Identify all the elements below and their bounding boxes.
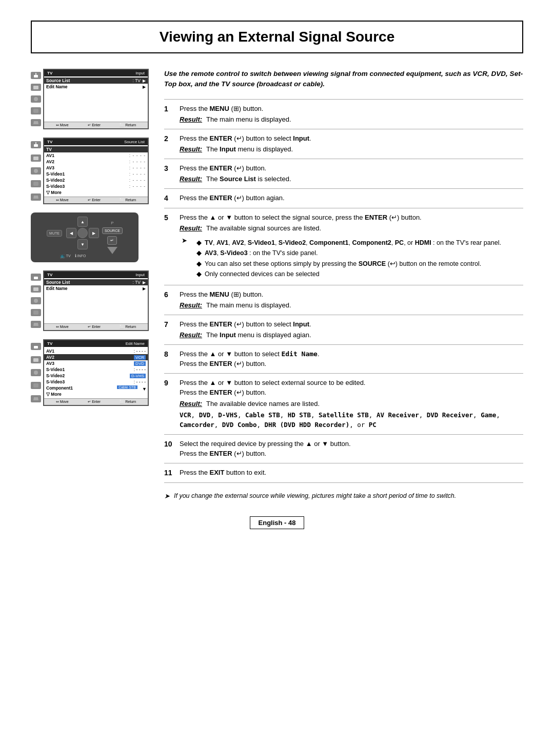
screen2-row-svideo3: S-Video3 : - - - - <box>44 183 148 189</box>
screen4-row-svideo2: S-Video2 D-VHS <box>44 373 148 379</box>
screen3-empty1 <box>44 292 148 298</box>
svg-point-19 <box>34 371 38 375</box>
source-btn[interactable]: SOURCE <box>102 227 123 234</box>
step-1-result-label: Result: <box>180 114 202 125</box>
screen4-icon4 <box>31 382 41 389</box>
step-2-result-label: Result: <box>180 144 202 154</box>
right-column: Use the remote control to switch between… <box>164 69 523 501</box>
screen2-title: Source List <box>124 140 145 144</box>
p-indicator: P <box>111 221 113 225</box>
screen4-footer: ⇔ Move ↵ Enter ⬜ Return <box>44 398 148 405</box>
info-btn[interactable]: ℹ INFO <box>75 254 86 258</box>
steps-list: 1 Press the MENU (⊞) button. Result: The… <box>164 99 523 483</box>
screen2-av3: AV3 <box>46 165 127 170</box>
dpad-down[interactable]: ▼ <box>77 239 88 249</box>
svg-rect-8 <box>33 157 38 160</box>
screen2-header: TV Source List <box>44 139 148 145</box>
screen4-svideo3: S-Video3 <box>46 379 132 384</box>
svg-marker-21 <box>33 397 38 400</box>
mute-btn[interactable]: MUTE <box>47 230 62 237</box>
step-5-bullet-1: ◆ TV, AV1, AV2, S-Video1, S-Video2, Comp… <box>196 239 501 248</box>
screen2-row-av3: AV3 : - - - - <box>44 165 148 171</box>
footnote-text: If you change the external source while … <box>174 491 456 501</box>
screen1-row-1: Source List : TV ▶ <box>44 77 148 84</box>
step-6-content: Press the MENU (⊞) button. Result: The m… <box>180 289 523 311</box>
step-5-bullets: ◆ TV, AV1, AV2, S-Video1, S-Video2, Comp… <box>191 236 501 281</box>
triangle-indicator <box>107 247 117 254</box>
tv-btn[interactable]: 📺 TV <box>60 254 71 258</box>
svg-rect-20 <box>33 383 38 387</box>
screen2-more: ▽ More <box>46 190 146 195</box>
icon-antenna <box>31 72 41 79</box>
screen3-footer-return: ⬜ Return <box>120 325 136 329</box>
enter-btn-remote[interactable]: ↵ <box>107 236 117 245</box>
screen2-row-tv: TV <box>44 146 148 152</box>
screen2-container: TV Source List TV AV1 : - - - - AV2 : - … <box>31 138 149 204</box>
screen2-svideo2: S-Video2 <box>46 178 127 183</box>
screen3-footer-enter: ↵ Enter <box>88 325 101 329</box>
screen1-footer-return: ⬜ Return <box>120 123 136 127</box>
screen2-av2-val: : - - - - <box>129 159 146 164</box>
screen3-title: Input <box>135 273 145 277</box>
screen4-footer-return: ⬜ Return <box>120 400 136 404</box>
svg-point-3 <box>34 97 38 101</box>
screen4-footer-move: ⇔ Move <box>56 400 69 404</box>
step-7-content: Press the ENTER (↵) button to select Inp… <box>180 319 523 340</box>
step-3-result: Result: The Source List is selected. <box>180 174 523 184</box>
step-5-bullet-4: ◆ Only connected devices can be selected <box>196 270 501 279</box>
screen3-row1-value: : TV <box>133 280 141 285</box>
step-5-content: Press the ▲ or ▼ button to select the si… <box>180 212 523 281</box>
left-column: TV Input Source List : TV ▶ Edit Name ▶ <box>31 69 149 406</box>
screen4-header: TV Edit Name <box>44 340 148 347</box>
icon-svideo <box>31 107 41 114</box>
screen4-container: TV Edit Name AV1 : - - - - AV2 VCR AV3 D… <box>31 339 149 406</box>
screen2-footer-enter: ↵ Enter <box>88 198 101 202</box>
step-8-content: Press the ▲ or ▼ button to select Edit N… <box>180 349 523 369</box>
svg-rect-12 <box>34 277 38 279</box>
screen1-row2-arrow: ▶ <box>143 85 146 89</box>
step-5-bullet-4-text: Only connected devices can be selected <box>205 270 320 279</box>
info-icon: ℹ <box>75 254 76 258</box>
step-1-num: 1 <box>164 104 173 125</box>
screen1-empty3 <box>44 102 148 108</box>
step-10-content: Select the required device by pressing t… <box>180 439 523 459</box>
intro-text: Use the remote control to switch between… <box>164 69 523 90</box>
screen3-row2-label: Edit Name <box>46 286 138 291</box>
step-7: 7 Press the ENTER (↵) button to select I… <box>164 315 523 345</box>
screen3: TV Input Source List : TV ▶ Edit Name ▶ <box>43 270 149 331</box>
screen2-footer-move: ⇔ Move <box>56 198 69 202</box>
screen1-container: TV Input Source List : TV ▶ Edit Name ▶ <box>31 69 149 129</box>
screen4-icon2 <box>31 356 41 363</box>
screen4-title: Edit Name <box>126 341 145 346</box>
screen1-row1-arrow: ▶ <box>143 79 146 83</box>
dpad-left[interactable]: ◀ <box>66 228 76 238</box>
screen4-svideo2: S-Video2 <box>46 373 126 378</box>
dpad-right[interactable]: ▶ <box>89 228 99 238</box>
step-11-num: 11 <box>164 468 173 478</box>
screen4-svideo1-val: : - - - - <box>134 367 146 372</box>
step-9: 9 Press the ▲ or ▼ button to select exte… <box>164 374 523 435</box>
screen2-icon1 <box>31 141 41 148</box>
screen3-footer-move: ⇔ Move <box>56 325 69 329</box>
screen3-icons <box>31 270 41 331</box>
svg-rect-17 <box>34 346 38 348</box>
screen1-row1-label: Source List <box>46 78 131 83</box>
screen3-container: TV Input Source List : TV ▶ Edit Name ▶ <box>31 270 149 331</box>
screen4-footer-enter: ↵ Enter <box>88 400 101 404</box>
screen1-icons <box>31 69 41 129</box>
page-footer: English - 48 <box>31 516 523 529</box>
screen3-header: TV Input <box>44 272 148 278</box>
screen1-footer-move: ⇔ Move <box>56 123 69 127</box>
screen3-icon5 <box>31 321 41 328</box>
screen3-icon1 <box>31 274 41 281</box>
step-5-bullet-2-text: AV3, S-Video3 : on the TV's side panel. <box>205 249 318 258</box>
step-8: 8 Press the ▲ or ▼ button to select Edit… <box>164 345 523 374</box>
step-5-bullet-3-text: You can also set these options simply by… <box>205 260 481 269</box>
screen3-empty2 <box>44 298 148 304</box>
step-4: 4 Press the ENTER (↵) button agian. <box>164 189 523 208</box>
svg-rect-13 <box>33 287 38 291</box>
step-4-num: 4 <box>164 193 173 204</box>
dpad-center[interactable] <box>77 228 88 238</box>
dpad-up[interactable]: ▲ <box>77 217 88 227</box>
screen3-icon2 <box>31 285 41 293</box>
